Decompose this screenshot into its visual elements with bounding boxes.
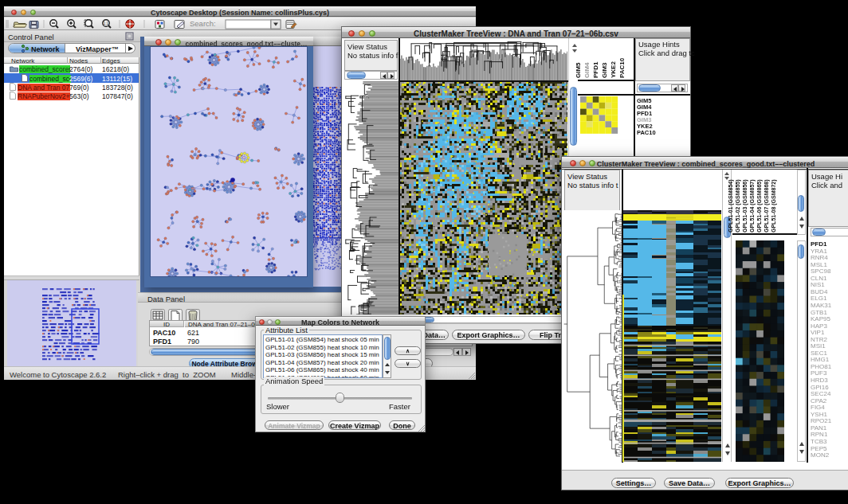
svg-text:Search:: Search: [190, 19, 216, 28]
svg-text:1:1: 1:1 [104, 21, 109, 25]
